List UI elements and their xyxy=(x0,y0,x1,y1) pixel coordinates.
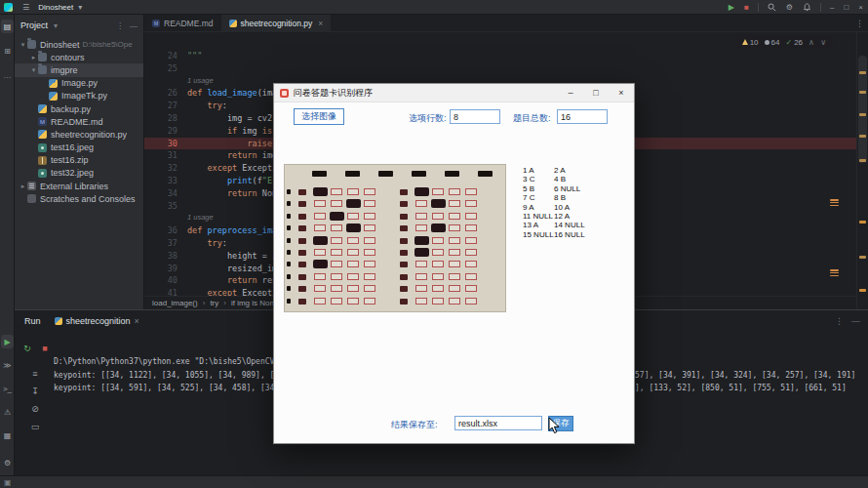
line-number[interactable]: 29 xyxy=(144,125,178,138)
suppressed-warnings-icon[interactable] xyxy=(830,199,839,206)
error-stripe[interactable] xyxy=(856,32,868,309)
inspections-widget[interactable]: 10 64 ✓26 ∧ ∨ xyxy=(737,35,833,49)
settings-strip-icon[interactable]: ⚙ xyxy=(1,456,14,469)
project-widget[interactable]: Dinosheet xyxy=(38,3,73,12)
scroll-to-end-icon[interactable]: ↧ xyxy=(28,385,42,398)
tab-sheetrecognition[interactable]: sheetrecognition.py × xyxy=(221,15,332,31)
line-number[interactable]: 32 xyxy=(144,162,178,175)
hide-panel-icon[interactable]: — xyxy=(130,21,138,30)
run-toolwindow-icon[interactable]: ▶ xyxy=(1,335,14,348)
line-number[interactable]: 33 xyxy=(144,175,178,187)
tree-item-contours[interactable]: ▸contours xyxy=(15,51,143,63)
tab-readme[interactable]: README.md xyxy=(144,15,221,31)
window-minimize-button[interactable]: – xyxy=(830,3,834,12)
breadcrumb-item[interactable]: try xyxy=(210,299,218,307)
line-number[interactable]: 27 xyxy=(144,100,178,112)
tree-item-dinosheet[interactable]: ▾DinosheetD:\bishe5\Ope xyxy=(15,38,143,51)
chevron-expanded-icon[interactable]: ▾ xyxy=(19,41,27,49)
main-menu-icon[interactable]: ☰ xyxy=(22,3,29,12)
locate-file-icon[interactable]: ⋮ xyxy=(116,21,124,30)
line-number[interactable]: 28 xyxy=(144,112,178,125)
total-input[interactable] xyxy=(557,109,608,124)
tab-options-icon[interactable]: ⋮ xyxy=(855,19,864,28)
line-number[interactable]: 25 xyxy=(144,62,178,75)
chevron-collapsed-icon[interactable]: ▸ xyxy=(19,183,27,190)
stop-process-button[interactable]: ■ xyxy=(38,342,52,355)
line-number[interactable]: 24 xyxy=(144,50,178,62)
line-number[interactable]: 40 xyxy=(144,274,178,287)
python-console-toolwindow-icon[interactable]: ≫ xyxy=(1,358,14,372)
run-tab-sheetrecognition[interactable]: sheetrecognition × xyxy=(55,316,139,326)
breadcrumb-item[interactable]: if img is Non xyxy=(231,299,274,307)
tree-item-test16-jpeg[interactable]: test16.jpeg xyxy=(15,142,143,154)
dialog-maximize-button[interactable]: □ xyxy=(583,84,609,102)
terminal-toolwindow-icon[interactable]: >_ xyxy=(1,382,14,395)
chevron-collapsed-icon[interactable]: ▸ xyxy=(29,54,38,61)
run-button[interactable]: ▶ xyxy=(729,3,734,12)
window-maximize-button[interactable]: □ xyxy=(844,3,848,12)
dialog-close-button[interactable]: × xyxy=(609,84,634,102)
sheet-filled-bubble xyxy=(431,224,446,232)
search-everywhere-icon[interactable] xyxy=(768,3,776,12)
select-image-button[interactable]: 选择图像 xyxy=(294,108,344,125)
line-number[interactable]: 34 xyxy=(144,187,178,200)
sheet-edge-tick xyxy=(287,299,291,304)
line-number[interactable]: 35 xyxy=(144,200,178,213)
dialog-minimize-button[interactable]: – xyxy=(558,84,583,102)
line-number[interactable]: 31 xyxy=(144,149,178,162)
pin-tab-icon[interactable]: ▭ xyxy=(28,420,42,433)
settings-icon[interactable]: ⚙ xyxy=(786,3,793,12)
project-chevron-icon[interactable]: ▾ xyxy=(78,3,82,12)
tab-close-icon[interactable]: × xyxy=(318,19,323,28)
prev-next-problem-icons[interactable]: ∧ ∨ xyxy=(809,38,828,47)
result-row: 15 NULL16 NULL xyxy=(523,230,630,239)
suppressed-warnings-icon[interactable] xyxy=(830,269,839,276)
code-line-25[interactable]: 25 xyxy=(144,62,856,75)
line-number[interactable]: 36 xyxy=(144,224,178,237)
line-number[interactable]: 26 xyxy=(144,87,178,100)
rows-input[interactable] xyxy=(450,109,500,124)
tree-item-label: Dinosheet xyxy=(40,40,80,50)
tree-item-label: test16.zip xyxy=(51,155,89,165)
code-line-24[interactable]: 24""" xyxy=(144,50,856,62)
tree-item-backup-py[interactable]: backup.py xyxy=(15,102,143,115)
save-path-input[interactable] xyxy=(454,416,542,430)
status-toolwindow-icon[interactable]: ▣ xyxy=(4,478,12,487)
soft-wrap-icon[interactable]: ≡ xyxy=(28,367,42,381)
line-number[interactable]: 39 xyxy=(144,263,178,275)
line-number[interactable]: 41 xyxy=(144,287,178,296)
tree-item-imgpre[interactable]: ▾imgpre xyxy=(15,63,143,76)
more-toolwindows-icon[interactable]: … xyxy=(1,68,14,82)
window-close-button[interactable]: × xyxy=(858,3,863,12)
hide-run-panel-icon[interactable]: — xyxy=(851,316,860,326)
rerun-button[interactable]: ↻ xyxy=(20,342,34,355)
chevron-expanded-icon[interactable]: ▾ xyxy=(29,66,38,74)
tree-item-imagetk-py[interactable]: ImageTk.py xyxy=(15,90,143,102)
problems-toolwindow-icon[interactable]: ⚠ xyxy=(1,405,14,419)
clear-console-icon[interactable]: ⊘ xyxy=(28,402,42,416)
tree-item-sheetrecognition-py[interactable]: sheetrecognition.py xyxy=(15,128,143,141)
stop-button[interactable]: ■ xyxy=(744,3,749,12)
dialog-titlebar[interactable]: 问卷答题卡识别程序 – □ × xyxy=(274,84,634,102)
commit-toolwindow-icon[interactable]: ⊞ xyxy=(1,44,14,58)
breadcrumb-item[interactable]: load_image() xyxy=(152,299,198,307)
tree-item-external-libraries[interactable]: ▸External Libraries xyxy=(15,180,143,192)
project-panel-header[interactable]: Project ▾ ⋮ — xyxy=(15,15,143,36)
run-panel-title[interactable]: Run xyxy=(24,316,41,326)
notifications-bell-icon[interactable] xyxy=(803,3,811,12)
line-number[interactable]: 30 xyxy=(144,138,178,150)
tree-item-test32-jpeg[interactable]: test32.jpeg xyxy=(15,167,143,180)
line-number[interactable]: 37 xyxy=(144,237,178,250)
save-button[interactable]: 保存 xyxy=(548,416,573,431)
tree-item-image-py[interactable]: Image.py xyxy=(15,77,143,90)
tree-item-scratches-and-consoles[interactable]: Scratches and Consoles xyxy=(15,192,143,205)
run-tab-close-icon[interactable]: × xyxy=(135,316,139,326)
services-toolwindow-icon[interactable]: ▦ xyxy=(1,428,14,442)
tree-item-readme-md[interactable]: README.md xyxy=(15,115,143,128)
project-toolwindow-icon[interactable]: ▤ xyxy=(1,20,14,33)
python-icon xyxy=(38,104,47,113)
project-header-chevron-icon[interactable]: ▾ xyxy=(54,21,58,30)
line-number[interactable]: 38 xyxy=(144,250,178,263)
tree-item-test16-zip[interactable]: test16.zip xyxy=(15,154,143,167)
run-options-icon[interactable]: ⋮ xyxy=(835,316,844,326)
